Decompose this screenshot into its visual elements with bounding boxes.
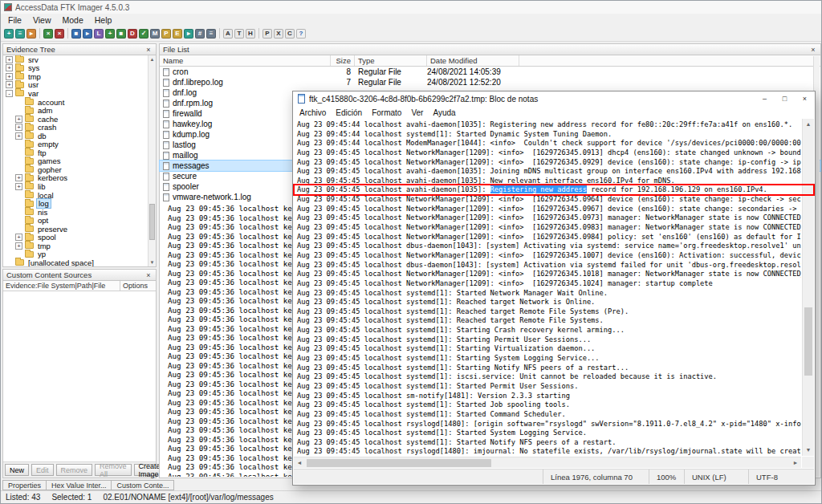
column-header-filler	[519, 55, 820, 66]
minimize-button[interactable]: –	[755, 91, 775, 106]
tree-expander-icon[interactable]: +	[15, 174, 22, 181]
notepad-line: Aug 23 09:45:45 localhost NetworkManager…	[297, 158, 801, 168]
tree-expander-icon[interactable]: +	[15, 132, 22, 140]
properties-panel-icon[interactable]: P	[262, 29, 272, 39]
verify-image-icon[interactable]: ✓	[139, 29, 149, 39]
evidence-tree-wrap: +srv+sys+tmp+usr-varaccountadm+cache+cra…	[3, 55, 156, 266]
dock-tabs: PropertiesHex Value Inter...Custom Conte…	[2, 480, 174, 490]
new-button[interactable]: New	[5, 464, 29, 476]
notepad-menu-ayuda[interactable]: Ayuda	[428, 108, 460, 117]
file-name: dnf.rpm.log	[173, 99, 213, 108]
file-list-row[interactable]: dnf.librepo.log7Regular File24/08/2021 1…	[160, 77, 820, 87]
export-disk-image-icon[interactable]: ▸	[83, 29, 92, 39]
detect-efs-encryption-icon[interactable]: E	[173, 29, 182, 39]
tree-expander-icon[interactable]: +	[15, 116, 22, 123]
tree-expander-icon[interactable]: +	[6, 73, 13, 80]
notepad-vscrollbar[interactable]: ▲ ▼	[802, 119, 814, 456]
custom-content-sources-icon[interactable]: C	[285, 29, 295, 39]
notepad-menu-ver[interactable]: Ver	[406, 108, 428, 117]
app-statusbar: Listed: 43 Selected: 1 02.E01/NONAME [ex…	[1, 490, 821, 503]
hex-value-interpreter-icon[interactable]: X	[274, 29, 283, 39]
column-options[interactable]: Options	[120, 281, 156, 291]
close-icon[interactable]: ×	[144, 46, 153, 54]
view-hex-icon[interactable]: H	[246, 29, 255, 39]
scrollbar-thumb[interactable]	[804, 307, 812, 376]
column-header-date-modified[interactable]: Date Modified	[427, 55, 519, 66]
tree-item[interactable]: +srv	[3, 55, 148, 64]
export-logical-image-icon[interactable]: L	[94, 29, 104, 39]
notepad-menu-archivo[interactable]: Archivo	[295, 108, 331, 117]
evidence-tree-scrollbar[interactable]: ▲ ▼	[148, 55, 156, 266]
notepad-hscrollbar[interactable]: ◄ ►	[294, 457, 801, 468]
tab-hex-value-inter-[interactable]: Hex Value Inter...	[47, 480, 112, 490]
notepad-titlebar[interactable]: ftk_c415880c-3206-4c8d-8f0b-6b6299c2f7a2…	[293, 91, 815, 106]
help-icon[interactable]: ?	[296, 29, 306, 39]
scroll-right-icon[interactable]: ►	[790, 460, 801, 465]
toolbar-separator	[219, 28, 220, 39]
remove-all-evidence-items-icon[interactable]: ×	[55, 29, 64, 39]
notepad-menu-edicin[interactable]: Edición	[331, 108, 367, 117]
tree-item[interactable]: [unallocated space]	[3, 258, 148, 266]
tree-item[interactable]: +sys	[3, 64, 148, 73]
add-evidence-item-icon[interactable]: +	[4, 29, 14, 39]
column-evidence-path[interactable]: Evidence:File System|Path|File	[3, 281, 120, 291]
menu-file[interactable]: File	[2, 15, 27, 25]
tree-expander-icon[interactable]: +	[15, 234, 22, 241]
capture-memory-icon[interactable]: M	[150, 29, 160, 39]
scroll-left-icon[interactable]: ◄	[294, 460, 305, 465]
obtain-protected-files-icon[interactable]: P	[161, 29, 171, 39]
decrypt-ad1-image-icon[interactable]: D	[128, 29, 137, 39]
notepad-text[interactable]: Aug 23 09:45:44 localhost avahi-daemon[1…	[295, 119, 801, 456]
folder-icon	[15, 73, 24, 79]
menu-help[interactable]: Help	[89, 15, 118, 25]
scrollbar-thumb[interactable]	[149, 204, 155, 240]
tree-expander-icon[interactable]: +	[15, 183, 22, 190]
tree-expander-icon[interactable]: +	[15, 124, 22, 131]
notepad-window-controls: –□×	[755, 91, 815, 106]
export-directory-listing-icon[interactable]: ≡	[206, 29, 216, 39]
export-files-icon[interactable]: ▸	[184, 29, 193, 39]
column-header-name[interactable]: Name	[160, 55, 331, 66]
tree-expander-icon[interactable]: +	[15, 242, 22, 250]
view-automatic-icon[interactable]: A	[223, 29, 233, 39]
add-custom-content-icon[interactable]: +	[105, 29, 115, 39]
file-icon	[163, 193, 169, 201]
remove-evidence-item-icon[interactable]: ×	[43, 29, 53, 39]
scroll-up-icon[interactable]: ▲	[803, 119, 814, 130]
tab-custom-conte-[interactable]: Custom Conte...	[112, 480, 174, 490]
add-all-attached-devices-icon[interactable]: ≡	[15, 29, 25, 39]
tree-item[interactable]: +tmp	[3, 72, 148, 81]
notepad-line: Aug 23 09:45:45 localhost rsyslogd[1480]…	[297, 420, 801, 429]
file-list-row[interactable]: cron8Regular File24/08/2021 14:05:39	[160, 67, 820, 77]
menu-mode[interactable]: Mode	[57, 15, 89, 25]
tree-expander-icon[interactable]: +	[6, 56, 13, 63]
column-header-size[interactable]: Size	[331, 55, 355, 66]
menu-view[interactable]: View	[27, 15, 57, 25]
custom-content-body[interactable]	[3, 291, 156, 461]
export-file-hash-list-icon[interactable]: #	[195, 29, 205, 39]
view-text-icon[interactable]: T	[234, 29, 244, 39]
close-icon[interactable]: ×	[809, 46, 817, 54]
scroll-down-icon[interactable]: ▼	[803, 445, 814, 456]
scroll-up-icon[interactable]: ▲	[149, 55, 156, 63]
notepad-menu-formato[interactable]: Formato	[367, 108, 406, 117]
scroll-down-icon[interactable]: ▼	[149, 258, 156, 266]
close-button[interactable]: ×	[795, 91, 815, 106]
tab-properties[interactable]: Properties	[2, 480, 47, 490]
create-custom-content-image-icon[interactable]: ■	[116, 29, 126, 39]
tree-expander-icon[interactable]: +	[6, 64, 13, 71]
folder-icon	[25, 158, 34, 165]
tree-item[interactable]: +usr	[3, 81, 148, 90]
image-mounting-icon[interactable]: ▸	[26, 29, 36, 39]
column-header-type[interactable]: Type	[355, 55, 427, 66]
create-disk-image-icon[interactable]: ■	[71, 29, 81, 39]
file-name: lastlog	[173, 140, 196, 149]
tree-expander-icon[interactable]: -	[6, 90, 13, 97]
folder-icon	[25, 116, 34, 122]
tree-expander-icon[interactable]: +	[6, 81, 13, 88]
maximize-button[interactable]: □	[775, 91, 795, 106]
close-icon[interactable]: ×	[144, 271, 153, 279]
scrollbar-thumb[interactable]	[307, 459, 491, 467]
tree-item[interactable]: yp	[3, 250, 148, 259]
encoding: UTF-8	[748, 469, 814, 484]
